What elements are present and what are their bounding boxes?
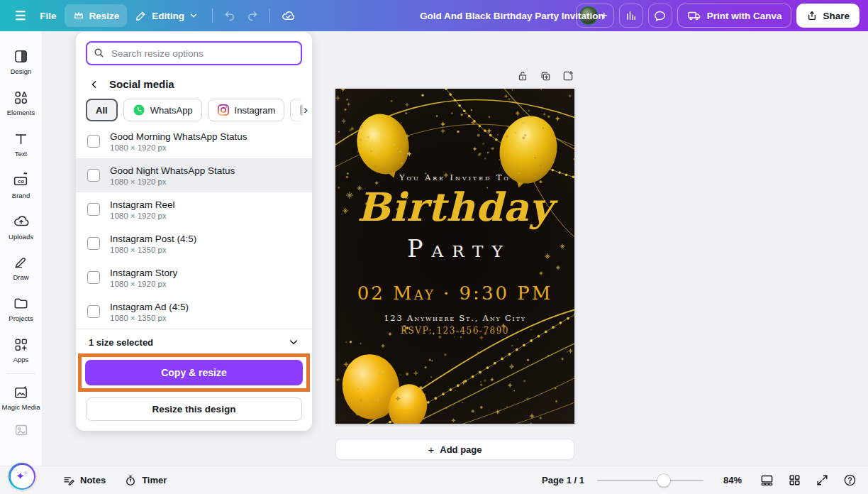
fullscreen-icon[interactable] [816,473,829,487]
timer-icon [124,474,137,487]
option-checkbox[interactable] [87,237,100,250]
invitation-rsvp[interactable]: RSVP: 123-456-7890 [335,326,574,336]
zoom-slider[interactable] [597,474,703,487]
option-size: 1080 × 1920 px [110,143,247,152]
option-checkbox[interactable] [87,135,100,148]
redo-button[interactable] [241,4,264,27]
add-page-icon[interactable] [562,70,574,82]
filter-chip-label: WhatsApp [150,105,193,116]
grid-view-icon[interactable] [788,473,801,487]
option-checkbox[interactable] [87,203,100,216]
sidebar-item-brand[interactable]: co Brand [1,165,41,206]
zoom-slider-thumb[interactable] [657,474,670,487]
pages-view-icon[interactable] [760,473,774,487]
add-page-label: Add page [440,444,482,455]
gold-balloons [338,107,564,424]
resize-option-row[interactable]: Instagram Reel1080 × 1920 px [76,192,312,226]
option-checkbox[interactable] [87,305,100,318]
zoom-slider-track[interactable] [597,480,703,482]
timer-label: Timer [142,475,167,485]
panel-footer: 1 size selected Copy & resize Resize thi… [76,329,312,431]
invitation-datetime[interactable]: 02 May · 9:30 PM [335,282,574,304]
sparkle-small-icon: ✧ [23,470,28,476]
resize-option-row[interactable]: Good Morning WhatsApp Status1080 × 1920 … [76,124,312,158]
panel-header: Social media [76,68,312,97]
sidebar-item-text[interactable]: Text [1,124,41,165]
chips-scroll-right-button[interactable]: › [294,99,312,121]
invitation-address[interactable]: 123 Anywhere St., Any City [335,313,574,323]
magic-media-icon [13,384,29,400]
sidebar-divider [7,373,35,374]
resize-option-row[interactable]: Instagram Post (4:5)1080 × 1350 px [76,226,312,260]
option-name: Good Morning WhatsApp Status [110,131,247,142]
invitation-title-script[interactable]: Birthday [335,184,574,230]
resize-menu-label: Resize [89,11,120,21]
print-with-canva-label: Print with Canva [707,11,782,21]
comments-button[interactable] [648,4,672,28]
insights-button[interactable] [619,4,643,28]
chevron-down-icon [189,9,199,22]
hamburger-menu-button[interactable]: ☰ [9,4,32,27]
sidebar-item-apps[interactable]: Apps [1,329,41,370]
unlock-icon[interactable] [516,70,529,82]
redo-icon [246,9,259,22]
selection-summary-text: 1 size selected [89,337,153,348]
option-name: Instagram Reel [110,199,175,210]
cloud-save-status-button[interactable] [276,4,301,27]
svg-text:co: co [18,178,24,185]
resize-options-list: Good Morning WhatsApp Status1080 × 1920 … [76,124,312,329]
resize-this-design-button[interactable]: Resize this design [86,397,302,421]
notes-icon [62,474,75,487]
invitation-intro-text[interactable]: You Are Invited To [335,173,574,182]
resize-menu-button[interactable]: Resize [65,4,128,27]
document-title[interactable]: Gold And Black Birthday Party Invitation [420,0,604,31]
undo-icon [223,9,236,22]
option-checkbox[interactable] [87,271,100,284]
sidebar-item-magic-media[interactable]: Magic Media [1,377,41,418]
instagram-icon [217,104,230,116]
copy-and-resize-button[interactable]: Copy & resize [85,360,303,385]
left-sidebar: Design Elements Text co Brand Uploads Dr… [0,31,43,466]
sidebar-item-design[interactable]: Design [1,41,41,82]
help-icon[interactable] [843,473,857,487]
filter-chip-label: All [96,105,108,116]
resize-option-row[interactable]: Instagram Story1080 × 1920 px [76,260,312,295]
notes-button[interactable]: Notes [62,474,106,487]
back-chevron-icon[interactable] [89,79,100,90]
sidebar-item-label: Uploads [9,233,33,241]
search-resize-input[interactable] [86,41,302,65]
invitation-title-caps[interactable]: Party [335,235,574,263]
sidebar-item-projects[interactable]: Projects [1,288,41,329]
canva-assistant-button[interactable]: ✦ ✧ [9,463,35,490]
timer-button[interactable]: Timer [124,474,167,487]
sidebar-item-uploads[interactable]: Uploads [1,206,41,247]
resize-option-row[interactable]: Good Night WhatsApp Status1080 × 1920 px [76,158,312,192]
option-checkbox[interactable] [87,169,100,182]
duplicate-page-icon[interactable] [539,70,552,82]
resize-panel: Social media All WhatsApp Instagram TikT… [76,32,312,431]
sidebar-item-draw[interactable]: Draw [1,247,41,288]
resize-option-row[interactable]: Instagram Ad (4:5)1080 × 1350 px [76,295,312,329]
share-button[interactable]: Share [796,4,859,28]
sidebar-item-partial[interactable] [1,419,41,441]
print-with-canva-button[interactable]: Print with Canva [677,4,792,28]
filter-chip-all[interactable]: All [86,99,118,121]
option-size: 1080 × 1350 px [110,246,196,254]
editing-mode-button[interactable]: Editing [127,4,206,27]
sidebar-item-label: Draw [13,273,28,281]
sidebar-item-elements[interactable]: Elements [1,82,41,124]
share-upload-icon [806,10,818,21]
file-menu-label: File [40,11,56,21]
whatsapp-icon [133,104,145,116]
design-page[interactable]: You Are Invited To Birthday Party 02 May… [335,89,574,424]
sidebar-item-label: Text [15,150,27,158]
filter-chip-whatsapp[interactable]: WhatsApp [123,99,202,121]
option-size: 1080 × 1350 px [110,314,189,322]
crown-icon [72,9,85,22]
add-page-button[interactable]: + Add page [335,439,574,460]
hamburger-icon: ☰ [15,9,26,23]
filter-chip-instagram[interactable]: Instagram [208,99,285,121]
file-menu-button[interactable]: File [32,4,64,27]
undo-button[interactable] [218,4,241,27]
selection-summary-row[interactable]: 1 size selected [76,329,312,353]
